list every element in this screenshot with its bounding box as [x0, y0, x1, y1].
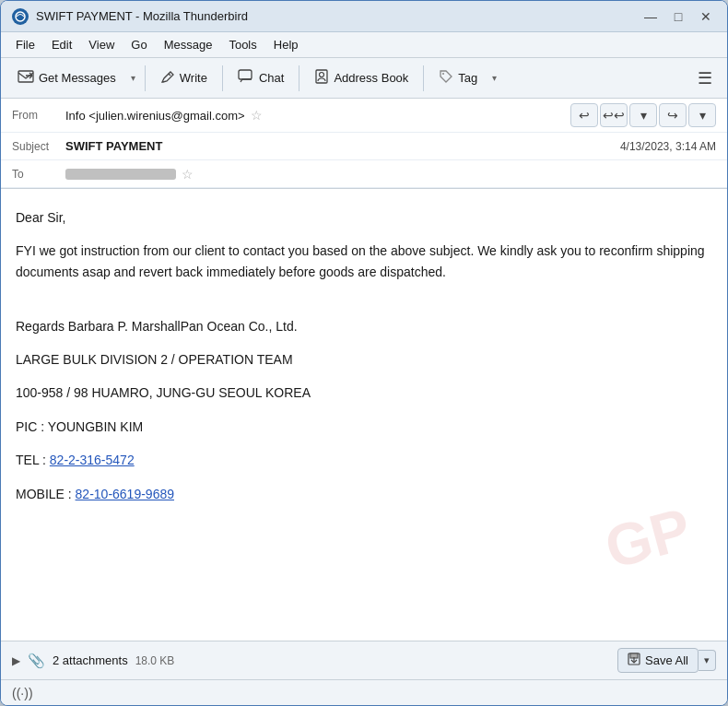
save-icon [628, 653, 640, 668]
to-row: To ☆ [1, 160, 727, 188]
thunderbird-icon [12, 8, 29, 25]
forward-dropdown-button[interactable]: ▾ [688, 103, 716, 127]
body-paragraph: FYI we got instruction from our client t… [16, 241, 712, 282]
subject-label: Subject [12, 140, 65, 153]
menu-go[interactable]: Go [123, 35, 154, 54]
chat-button[interactable]: Chat [229, 65, 293, 92]
save-all-group: Save All ▾ [617, 648, 716, 673]
toolbar-sep-3 [299, 65, 299, 91]
menu-help[interactable]: Help [266, 35, 306, 54]
forward-button[interactable]: ↪ [659, 103, 687, 127]
svg-rect-2 [239, 70, 252, 79]
svg-point-5 [442, 73, 444, 75]
svg-point-4 [320, 72, 324, 76]
to-star-icon[interactable]: ☆ [182, 167, 194, 182]
tag-icon [439, 69, 453, 88]
to-address-blurred [65, 169, 176, 180]
maximize-button[interactable]: □ [668, 6, 688, 27]
menu-view[interactable]: View [81, 35, 122, 54]
get-messages-icon [18, 69, 34, 88]
connection-status-icon: ((·)) [12, 686, 33, 700]
title-bar: SWIFT PAYMENT - Mozilla Thunderbird — □ … [1, 1, 727, 32]
chat-label: Chat [259, 71, 284, 85]
signature-line-4: PIC : YOUNGBIN KIM [16, 417, 712, 437]
menu-message[interactable]: Message [157, 35, 220, 54]
write-icon [160, 69, 175, 88]
reply-all-button[interactable]: ↩↩ [600, 103, 628, 127]
address-book-button[interactable]: Address Book [305, 65, 417, 92]
tag-dropdown[interactable]: ▾ [488, 68, 500, 88]
email-header: From Info <julien.wirenius@gmail.com> ☆ … [1, 99, 727, 189]
toolbar-sep-4 [423, 65, 424, 91]
to-label: To [12, 168, 65, 181]
attachments-left: ▶ 📎 2 attachments 18.0 KB [12, 653, 174, 669]
email-body: Dear Sir, FYI we got instruction from ou… [1, 189, 727, 641]
hamburger-menu-button[interactable]: ☰ [690, 64, 720, 93]
signature-line-2: LARGE BULK DIVISION 2 / OPERATION TEAM [16, 349, 712, 370]
subject-row: Subject SWIFT PAYMENT 4/13/2023, 3:14 AM [1, 133, 727, 160]
save-all-label: Save All [645, 653, 688, 667]
title-bar-controls: — □ ✕ [640, 6, 716, 27]
nav-dropdown-button[interactable]: ▾ [629, 103, 657, 127]
signature-tel: TEL : 82-2-316-5472 [16, 450, 712, 470]
greeting: Dear Sir, [16, 207, 712, 228]
toolbar: Get Messages ▾ Write Chat [1, 58, 727, 99]
attachments-size: 18.0 KB [135, 654, 175, 667]
menu-edit[interactable]: Edit [44, 35, 79, 54]
signature-line-1: Regards Barbara P. MarshallPan Ocean Co.… [16, 316, 712, 336]
date-value: 4/13/2023, 3:14 AM [620, 140, 716, 153]
menu-file[interactable]: File [8, 35, 42, 54]
paperclip-icon: 📎 [28, 653, 45, 669]
get-messages-label: Get Messages [39, 71, 116, 85]
write-label: Write [180, 71, 207, 85]
tag-label: Tag [458, 71, 477, 85]
to-value: ☆ [65, 167, 716, 182]
attachments-bar: ▶ 📎 2 attachments 18.0 KB Save All ▾ [1, 641, 727, 679]
subject-text: SWIFT PAYMENT [65, 139, 162, 153]
write-button[interactable]: Write [151, 65, 217, 92]
nav-actions: ↩ ↩↩ ▾ ↪ ▾ [570, 103, 716, 127]
toolbar-sep-1 [145, 65, 146, 91]
toolbar-sep-2 [222, 65, 223, 91]
from-value: Info <julien.wirenius@gmail.com> ☆ [65, 108, 570, 123]
tag-button[interactable]: Tag [429, 65, 487, 92]
save-all-dropdown[interactable]: ▾ [699, 650, 716, 671]
subject-value: SWIFT PAYMENT [65, 139, 620, 153]
from-label: From [12, 109, 65, 122]
expand-attachments-button[interactable]: ▶ [12, 654, 20, 667]
email-body-text: Dear Sir, FYI we got instruction from ou… [16, 207, 712, 504]
from-star-icon[interactable]: ☆ [251, 108, 263, 123]
main-window: SWIFT PAYMENT - Mozilla Thunderbird — □ … [0, 0, 728, 706]
status-bar: ((·)) [1, 679, 727, 705]
get-messages-button[interactable]: Get Messages [8, 65, 125, 92]
reply-button[interactable]: ↩ [570, 103, 598, 127]
address-book-icon [314, 69, 329, 88]
menu-bar: File Edit View Go Message Tools Help [1, 32, 727, 58]
close-button[interactable]: ✕ [696, 6, 716, 27]
get-messages-dropdown[interactable]: ▾ [127, 68, 139, 88]
mobile-link[interactable]: 82-10-6619-9689 [76, 487, 174, 501]
minimize-button[interactable]: — [640, 6, 661, 27]
attachments-count: 2 attachments [53, 653, 128, 667]
from-address: Info <julien.wirenius@gmail.com> [65, 109, 245, 123]
title-bar-left: SWIFT PAYMENT - Mozilla Thunderbird [12, 8, 248, 25]
window-title: SWIFT PAYMENT - Mozilla Thunderbird [36, 9, 248, 23]
signature-line-3: 100-958 / 98 HUAMRO, JUNG-GU SEOUL KOREA [16, 382, 712, 403]
menu-tools[interactable]: Tools [221, 35, 264, 54]
address-book-label: Address Book [334, 71, 408, 85]
save-all-button[interactable]: Save All [617, 648, 699, 673]
tel-link[interactable]: 82-2-316-5472 [50, 453, 135, 467]
chat-icon [238, 69, 254, 88]
signature-mobile: MOBILE : 82-10-6619-9689 [16, 484, 712, 504]
from-row: From Info <julien.wirenius@gmail.com> ☆ … [1, 99, 727, 133]
